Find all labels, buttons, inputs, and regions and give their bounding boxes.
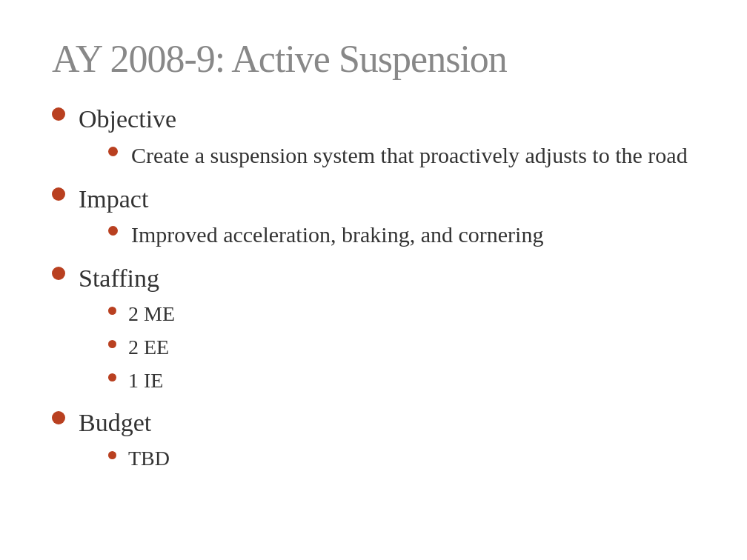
list-item: 2 ME xyxy=(108,299,175,328)
section-label-staffing: Staffing xyxy=(79,264,159,292)
bullet-dot-sub xyxy=(108,451,116,459)
list-item: Create a suspension system that proactiv… xyxy=(108,140,688,171)
list-item: 1 IE xyxy=(108,366,175,395)
bullet-dot-budget xyxy=(52,411,65,424)
section-label-budget: Budget xyxy=(79,409,151,436)
level3-list-budget: TBD xyxy=(79,444,170,473)
list-item: Budget TBD xyxy=(52,405,695,477)
list-item: TBD xyxy=(108,444,170,473)
bullet-dot-sub xyxy=(108,340,116,348)
bullet-dot-staffing xyxy=(52,267,65,280)
sub-item-text: Create a suspension system that proactiv… xyxy=(131,140,688,171)
list-item: Impact Improved acceleration, braking, a… xyxy=(52,181,695,256)
list-item: 2 EE xyxy=(108,333,175,361)
sub-list-impact: Improved acceleration, braking, and corn… xyxy=(79,219,543,250)
sub-item-text: TBD xyxy=(128,444,170,473)
section-label-impact: Impact xyxy=(79,185,148,213)
list-item: Objective Create a suspension system tha… xyxy=(52,101,695,176)
sub-item-text: 1 IE xyxy=(128,366,163,395)
section-label-objective: Objective xyxy=(79,105,176,133)
bullet-dot-sub xyxy=(108,226,118,236)
bullet-dot-sub xyxy=(108,147,118,156)
sub-item-text: 2 ME xyxy=(128,299,175,328)
bullet-dot-sub xyxy=(108,373,116,381)
slide: AY 2008-9: Active Suspension Objective C… xyxy=(0,0,747,560)
sub-list-objective: Create a suspension system that proactiv… xyxy=(79,140,688,171)
sub-item-text: Improved acceleration, braking, and corn… xyxy=(131,219,543,250)
sub-item-text: 2 EE xyxy=(128,333,169,361)
bullet-dot-objective xyxy=(52,107,65,121)
bullet-dot-impact xyxy=(52,187,65,201)
slide-title: AY 2008-9: Active Suspension xyxy=(52,37,695,81)
main-list: Objective Create a suspension system tha… xyxy=(52,101,695,477)
list-item: Improved acceleration, braking, and corn… xyxy=(108,219,543,250)
list-item: Staffing 2 ME 2 EE 1 IE xyxy=(52,261,695,399)
bullet-dot-sub xyxy=(108,307,116,315)
level3-list-staffing: 2 ME 2 EE 1 IE xyxy=(79,299,175,396)
